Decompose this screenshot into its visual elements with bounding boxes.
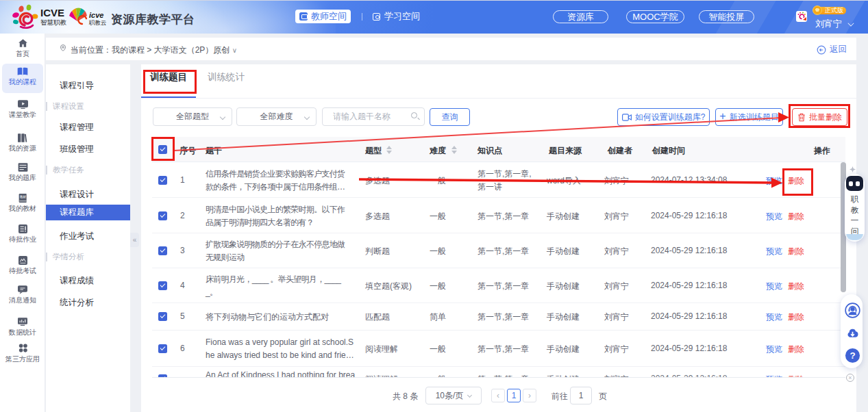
svg-text:ICVE: ICVE: [40, 7, 64, 18]
svg-text:职教云: 职教云: [88, 19, 107, 26]
svg-text:icve: icve: [89, 11, 103, 19]
svg-text:?: ?: [850, 350, 855, 361]
svg-text:智慧职教: 智慧职教: [40, 18, 67, 26]
